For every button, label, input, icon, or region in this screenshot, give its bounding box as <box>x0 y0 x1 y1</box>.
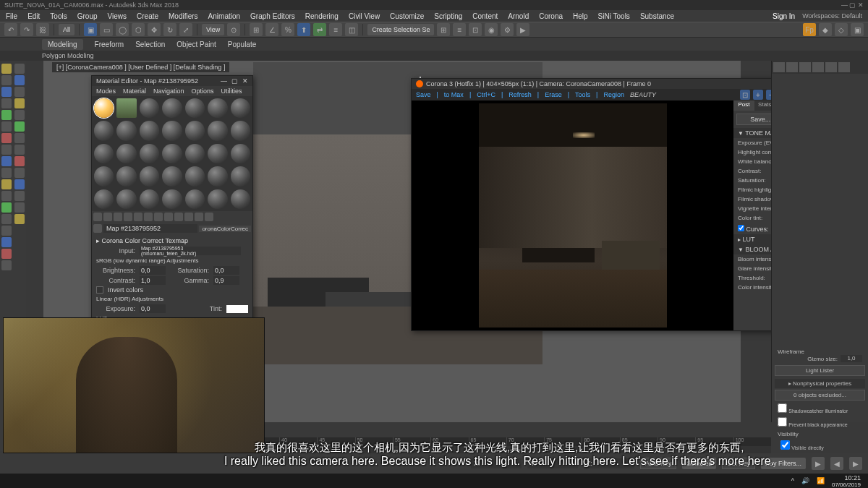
saturation-spinner[interactable]: 0,0 <box>213 266 239 275</box>
schematic-icon[interactable]: ⊡ <box>469 23 482 36</box>
render-setup-icon[interactable]: ⚙ <box>501 23 514 36</box>
material-slot[interactable] <box>162 144 182 163</box>
make-unique-icon[interactable] <box>144 213 153 221</box>
vfb-region[interactable]: Region <box>603 91 624 98</box>
mat-menu-navigation[interactable]: Navigation <box>153 87 184 95</box>
vfb-erase[interactable]: Erase <box>545 91 562 98</box>
menu-create[interactable]: Create <box>137 12 158 20</box>
hierarchy-tab-icon[interactable] <box>799 62 811 72</box>
vfb-tomax[interactable]: to Max <box>444 91 464 98</box>
material-slot[interactable] <box>140 166 159 186</box>
rail-icon[interactable] <box>1 260 12 270</box>
material-slot[interactable] <box>116 98 136 118</box>
motion-tab-icon[interactable] <box>812 62 824 72</box>
material-slot[interactable] <box>208 121 227 140</box>
close-icon[interactable]: ✕ <box>242 77 248 85</box>
material-name-input[interactable] <box>103 224 197 233</box>
vfb-channel[interactable]: BEAUTY <box>630 91 656 98</box>
material-slot[interactable] <box>116 166 136 186</box>
rail-icon[interactable] <box>1 214 12 224</box>
shadowcatcher-checkbox[interactable] <box>778 403 787 413</box>
render-frame-icon[interactable]: ▶ <box>516 23 529 36</box>
tab-selection[interactable]: Selection <box>135 40 165 48</box>
snap-icon[interactable]: ⊞ <box>250 23 263 36</box>
material-type-button[interactable]: oronaColorCorrec <box>199 226 251 232</box>
tab-populate[interactable]: Populate <box>228 40 256 48</box>
rollout-title[interactable]: ▸ Corona Color Correct Texmap <box>96 236 248 246</box>
plugin1-icon[interactable]: ◆ <box>819 23 832 36</box>
refcoord-dropdown[interactable]: View <box>202 24 224 35</box>
material-slot[interactable] <box>185 121 205 140</box>
menu-group[interactable]: Group <box>77 12 98 20</box>
material-slot[interactable] <box>208 98 227 118</box>
material-slot[interactable] <box>116 189 136 209</box>
material-slot[interactable] <box>94 121 114 140</box>
signin-link[interactable]: Sign In <box>773 12 795 20</box>
tab-modeling[interactable]: Modeling <box>42 39 83 50</box>
light-lister-button[interactable]: Light Lister <box>775 365 865 376</box>
align-icon[interactable]: ≡ <box>329 23 342 36</box>
material-id-icon[interactable] <box>164 213 173 221</box>
pivot-icon[interactable]: ⊙ <box>227 23 240 36</box>
nonphys-header[interactable]: ▸ Nonphysical properties <box>775 379 865 388</box>
gizmo-size-spinner[interactable]: 1,0 <box>841 355 862 362</box>
tray-volume-icon[interactable]: 🔊 <box>801 477 809 484</box>
go-parent-icon[interactable] <box>195 213 203 221</box>
rail-icon[interactable] <box>14 168 25 178</box>
scale-icon[interactable]: ⤢ <box>179 23 192 36</box>
assign-icon[interactable] <box>114 213 122 221</box>
menu-customize[interactable]: Customize <box>390 12 424 20</box>
rail-icon[interactable] <box>14 179 25 189</box>
list-icon[interactable]: ≡ <box>453 23 466 36</box>
material-slot[interactable] <box>208 144 227 163</box>
gamma-spinner[interactable]: 0,9 <box>213 276 239 285</box>
mat-menu-utilities[interactable]: Utilities <box>221 87 242 95</box>
selection-set-dropdown[interactable]: Create Selection Se <box>367 24 434 35</box>
material-slot[interactable] <box>231 121 250 140</box>
menu-rendering[interactable]: Rendering <box>305 12 339 20</box>
vfb-ctrlc[interactable]: Ctrl+C <box>477 91 495 98</box>
menu-views[interactable]: Views <box>108 12 127 20</box>
clock-date[interactable]: 07/06/2019 <box>832 481 861 488</box>
mat-menu-modes[interactable]: Modes <box>96 87 116 95</box>
tab-freeform[interactable]: Freeform <box>95 40 124 48</box>
menu-content[interactable]: Content <box>472 12 498 20</box>
material-slot[interactable] <box>162 121 182 140</box>
material-icon[interactable]: ◉ <box>485 23 498 36</box>
material-slot[interactable] <box>140 98 159 118</box>
angle-snap-icon[interactable]: ∠ <box>265 23 278 36</box>
rail-icon[interactable] <box>1 156 12 166</box>
menu-sini[interactable]: SiNi Tools <box>598 12 630 20</box>
material-slot[interactable] <box>94 144 114 163</box>
filter-dropdown[interactable]: All <box>59 24 75 35</box>
plugin2-icon[interactable]: ◇ <box>835 23 848 36</box>
mirror-icon[interactable]: ⇄ <box>313 23 326 36</box>
material-slot[interactable] <box>162 189 182 209</box>
go-sibling-icon[interactable] <box>205 213 213 221</box>
zoom-fit-icon[interactable]: ⊡ <box>740 90 750 100</box>
tray-up-icon[interactable]: ^ <box>791 477 794 484</box>
rail-icon[interactable] <box>1 64 12 74</box>
excluded-button[interactable]: 0 objects excluded... <box>775 390 865 401</box>
select-rect-icon[interactable]: ▭ <box>100 23 113 36</box>
material-slot[interactable] <box>231 98 250 118</box>
percent-snap-icon[interactable]: % <box>281 23 294 36</box>
minimize-icon[interactable]: — <box>221 77 227 85</box>
input-map-button[interactable]: Map #2138795953 (ninomaru_teien_2k.hdr) <box>140 247 241 255</box>
redo-icon[interactable]: ↷ <box>20 23 33 36</box>
viewport-label[interactable]: [+] [CoronaCamera008 ] [User Defined ] [… <box>52 62 229 72</box>
rail-icon[interactable] <box>14 202 25 213</box>
clock-time[interactable]: 10:21 <box>832 474 861 481</box>
zoom-in-icon[interactable]: + <box>753 90 763 100</box>
vfb-save[interactable]: Save <box>416 91 431 98</box>
rail-icon[interactable] <box>14 156 25 166</box>
tab-objectpaint[interactable]: Object Paint <box>176 40 216 48</box>
brightness-spinner[interactable]: 0,0 <box>140 266 166 275</box>
menu-tools[interactable]: Tools <box>50 12 67 20</box>
modify-tab-icon[interactable] <box>786 62 798 72</box>
material-slot[interactable] <box>94 166 114 186</box>
menu-file[interactable]: File <box>6 12 17 20</box>
invert-checkbox[interactable] <box>96 286 103 294</box>
mat-menu-material[interactable]: Material <box>123 87 146 95</box>
rail-icon[interactable] <box>14 133 25 143</box>
